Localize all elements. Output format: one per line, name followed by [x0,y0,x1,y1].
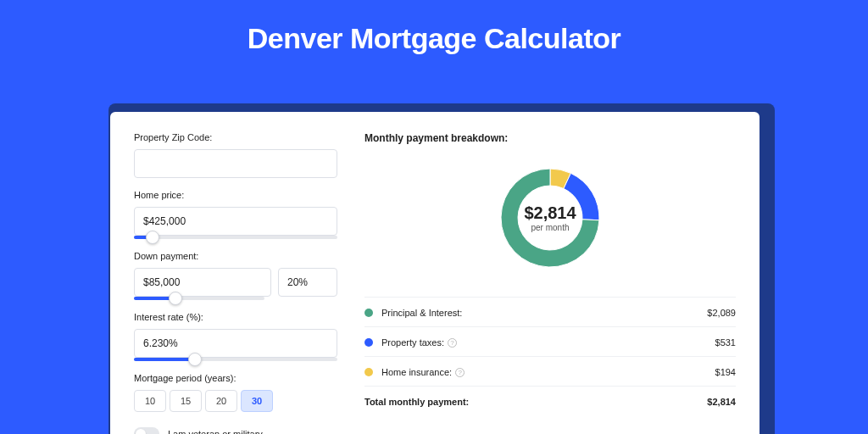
legend-dot-insurance [364,368,373,376]
veteran-row: I am veteran or military [134,427,337,434]
home-price-slider-thumb[interactable] [146,231,159,244]
info-icon[interactable]: ? [455,368,465,377]
donut-center: $2,814 per month [524,203,576,232]
interest-row: Interest rate (%): [134,312,337,361]
legend-row-insurance: Home insurance: ? $194 [364,367,736,387]
donut-center-value: $2,814 [524,203,576,223]
zip-input[interactable] [134,149,337,178]
legend-value-taxes: $531 [715,337,736,348]
period-option-30[interactable]: 30 [241,390,273,412]
toggle-knob [136,429,146,434]
down-payment-slider-thumb[interactable] [169,292,182,305]
home-price-label: Home price: [134,190,337,200]
legend-label-principal-text: Principal & Interest: [381,308,462,318]
veteran-toggle[interactable] [134,427,159,434]
down-payment-slider[interactable] [134,297,264,300]
legend-value-principal: $2,089 [707,308,736,318]
veteran-label: I am veteran or military [168,429,263,434]
donut-chart: $2,814 per month [364,154,736,281]
legend-row-total: Total monthly payment: $2,814 [364,397,736,415]
breakdown-column: Monthly payment breakdown: $2,814 per mo… [364,132,736,414]
interest-slider-track [134,358,195,361]
page-title: Denver Mortgage Calculator [0,0,868,70]
period-options: 10 15 20 30 [134,390,337,412]
legend-value-insurance: $194 [715,367,736,377]
legend-label-taxes: Property taxes: ? [381,337,715,348]
period-label: Mortgage period (years): [134,373,337,383]
breakdown-heading: Monthly payment breakdown: [364,132,736,144]
down-payment-row: Down payment: [134,251,337,300]
info-icon[interactable]: ? [448,338,457,348]
interest-slider[interactable] [134,358,337,361]
legend-dot-principal [364,309,373,317]
donut-center-sub: per month [524,223,576,232]
down-payment-pct-input[interactable] [278,268,337,297]
legend-label-total: Total monthly payment: [364,397,707,407]
down-payment-amount-input[interactable] [134,268,271,297]
legend-label-principal: Principal & Interest: [381,308,707,318]
interest-input[interactable] [134,329,337,358]
zip-label: Property Zip Code: [134,132,337,142]
page-root: Denver Mortgage Calculator Property Zip … [0,0,868,434]
breakdown-legend: Principal & Interest: $2,089 Property ta… [364,297,736,415]
form-column: Property Zip Code: Home price: Down paym… [134,132,337,414]
legend-value-total: $2,814 [707,397,736,407]
home-price-slider[interactable] [134,236,337,239]
legend-label-insurance-text: Home insurance: [381,367,452,377]
home-price-input[interactable] [134,207,337,236]
period-row: Mortgage period (years): 10 15 20 30 [134,373,337,412]
down-payment-label: Down payment: [134,251,337,261]
calculator-card: Property Zip Code: Home price: Down paym… [110,112,760,434]
zip-row: Property Zip Code: [134,132,337,178]
legend-label-insurance: Home insurance: ? [381,367,715,377]
home-price-row: Home price: [134,190,337,239]
interest-label: Interest rate (%): [134,312,337,322]
interest-slider-thumb[interactable] [188,353,202,366]
legend-row-taxes: Property taxes: ? $531 [364,337,736,357]
period-option-20[interactable]: 20 [205,390,237,412]
period-option-10[interactable]: 10 [134,390,166,412]
legend-row-principal: Principal & Interest: $2,089 [364,308,736,327]
legend-label-taxes-text: Property taxes: [381,337,444,348]
period-option-15[interactable]: 15 [170,390,202,412]
legend-dot-taxes [364,338,373,347]
